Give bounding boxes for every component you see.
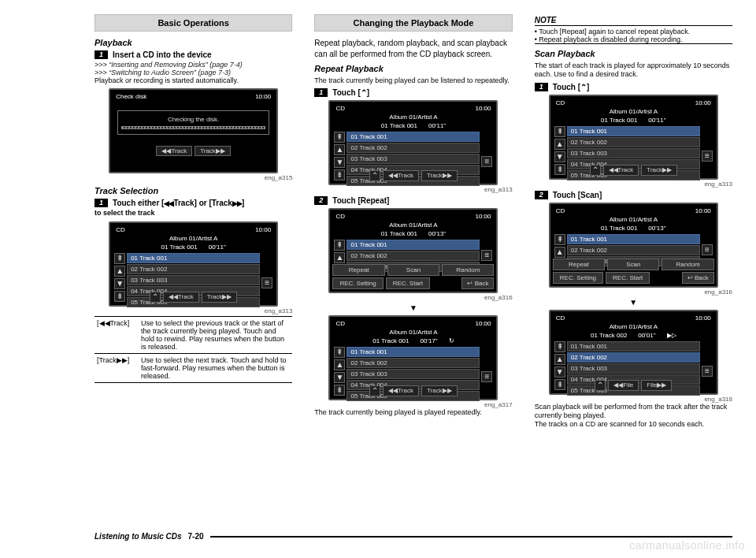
now-time: 00'11" (648, 117, 665, 124)
down-triangle-icon: ▼ (314, 303, 512, 312)
caret-up-icon: ⌃ (590, 165, 601, 176)
device-screen-scan-active: CD10:00 Album 01/Artist A 01 Track 002 0… (549, 310, 718, 395)
menu-icon: ≡ (481, 371, 492, 382)
device-screen-mode-buttons: CD10:00 Album 01/Artist A 01 Track 00100… (328, 208, 498, 293)
back-button: ↩ Back (682, 272, 714, 284)
figure-id: eng_a313 (535, 180, 732, 188)
step-repeat-2: 2 Touch [Repeat] (314, 196, 512, 205)
device-screen-check-disk: Check disk 10:00 Checking the disk. ◀◀Tr… (109, 88, 278, 173)
device-screen-mode-buttons: CD10:00 Album 01/Artist A 01 Track 00100… (549, 203, 718, 288)
scan-button: Scan (387, 264, 439, 276)
album-header: Album 01/Artist A (553, 107, 714, 116)
list-item: 03 Track 003 (567, 148, 700, 158)
rec-setting-button: REC. Setting (332, 277, 383, 289)
note-heading: NOTE (535, 16, 732, 24)
down-icon: ▼ (554, 366, 565, 378)
step-number-icon: 2 (535, 191, 548, 199)
screen-clock: 10:00 (475, 105, 491, 112)
step-number-icon: 2 (314, 196, 328, 205)
track-list: 01 Track 001 02 Track 002 03 Track 003 (567, 234, 700, 255)
scan-badge-icon: ▶▷ (667, 332, 676, 339)
down-icon: ▼ (334, 157, 345, 168)
caret-up-icon: ⌃ (580, 83, 587, 91)
note-item: Touch [Repeat] again to cancel repeat pl… (535, 28, 732, 35)
step-playback-1: 1 Insert a CD into the device (94, 50, 292, 59)
now-track: 01 Track 001 (372, 337, 409, 344)
step-number-icon: 1 (94, 50, 108, 59)
up-icon: ▲ (554, 247, 565, 258)
column-right: NOTE Touch [Repeat] again to cancel repe… (535, 14, 732, 429)
cd-icon: CD (116, 226, 125, 233)
album-header: Album 01/Artist A (553, 215, 714, 224)
rec-start-button: REC. Start (386, 277, 430, 289)
cd-icon: CD (556, 314, 565, 322)
list-item: 03 Track 003 (346, 369, 480, 379)
list-item: 02 Track 002 (346, 251, 480, 261)
screen-clock: 10:00 (475, 320, 491, 327)
list-item: 03 Track 003 (346, 154, 480, 164)
step-number-icon: 1 (314, 88, 328, 97)
list-item: 02 Track 002 (346, 358, 480, 368)
album-header: Album 01/Artist A (332, 113, 494, 121)
step-scan-1: 1 Touch [⌃] (535, 83, 732, 91)
step-tracksel-1: 1 Touch either [◀◀Track] or [Track▶▶] (94, 199, 292, 207)
note-item: Repeat playback is disabled during recor… (535, 35, 732, 43)
up-icon: ▲ (114, 266, 125, 277)
now-time: 00'11" (428, 122, 446, 129)
repeat-button: Repeat (332, 264, 384, 276)
column-middle: Changing the Playback Mode Repeat playba… (314, 14, 512, 429)
table-cell-key: [◀◀Track] (94, 316, 139, 353)
step-text: Insert a CD into the device (113, 50, 212, 59)
screen-prev-button: ◀◀Track (383, 170, 419, 181)
screen-next-button: File▶▶ (641, 380, 672, 391)
figure-id: eng_a313 (94, 307, 292, 314)
repeat-button: Repeat (553, 259, 605, 270)
list-item: 01 Track 001 (346, 132, 480, 142)
screen-next-button: Track▶▶ (202, 292, 238, 303)
rec-start-button: REC. Start (606, 272, 650, 284)
track-list: 01 Track 001 02 Track 002 03 Track 003 0… (346, 347, 480, 382)
scan-button: Scan (607, 259, 659, 270)
list-item: 01 Track 001 (127, 253, 260, 263)
list-item: 01 Track 001 (567, 126, 700, 136)
screen-clock: 10:00 (695, 314, 711, 322)
table-cell-key: [Track▶▶] (94, 353, 139, 382)
rewind-icon: ◀◀ (99, 319, 110, 327)
screen-title: Check disk (116, 93, 146, 100)
screen-prev-button: ◀◀Track (383, 385, 419, 396)
screen-prev-button: ◀◀Track (603, 165, 639, 176)
menu-icon: ≡ (702, 366, 713, 377)
screen-prev-button: ◀◀Track (156, 146, 192, 156)
device-screen-tracklist: CD10:00 Album 01/Artist A 01 Track 00100… (549, 95, 718, 180)
screen-prev-button: ◀◀File (608, 380, 639, 391)
figure-id: eng_a315 (94, 174, 292, 181)
list-item: 01 Track 001 (567, 234, 700, 244)
list-up-icon: ⇞ (334, 132, 345, 143)
device-screen-tracklist: CD10:00 Album 01/Artist A 01 Track 00100… (109, 221, 278, 307)
figure-id: eng_a316 (314, 294, 512, 301)
track-buttons-table: [◀◀Track] Use to select the previous tra… (94, 316, 292, 383)
caret-up-icon: ⌃ (595, 380, 606, 391)
cd-icon: CD (556, 99, 565, 106)
album-header: Album 01/Artist A (113, 234, 274, 243)
down-icon: ▼ (114, 278, 125, 289)
progress-bar-icon (121, 126, 265, 129)
footer-title: Listening to Music CDs (94, 532, 182, 541)
table-cell-value: Use to select the next track. Touch and … (139, 353, 292, 382)
figure-id: eng_a313 (314, 186, 512, 193)
cd-icon: CD (335, 213, 345, 220)
note-list: Touch [Repeat] again to cancel repeat pl… (535, 28, 732, 44)
down-icon: ▼ (554, 151, 565, 162)
forward-icon: ▶▶ (232, 199, 242, 207)
now-track: 01 Track 001 (381, 122, 417, 129)
list-item: 02 Track 002 (567, 245, 700, 255)
menu-icon: ≡ (481, 250, 492, 261)
step-number-icon: 1 (535, 83, 548, 91)
heading-playback: Playback (94, 38, 292, 47)
list-up-icon: ⇞ (554, 126, 565, 137)
track-list: 01 Track 001 02 Track 002 03 Track 003 0… (346, 132, 480, 167)
up-icon: ▲ (554, 139, 565, 150)
album-header: Album 01/Artist A (332, 221, 494, 229)
list-item: 01 Track 001 (346, 240, 480, 250)
device-screen-tracklist: CD10:00 Album 01/Artist A 01 Track 00100… (328, 100, 498, 185)
